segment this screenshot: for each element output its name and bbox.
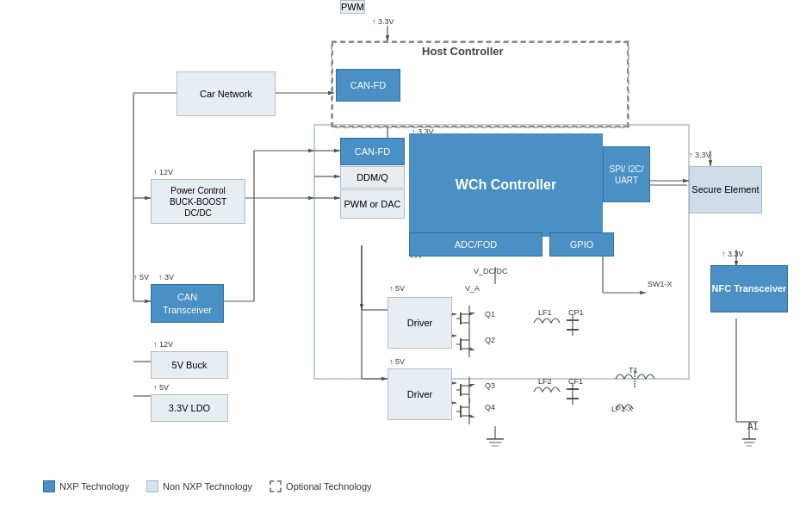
- v33-nfc-label: ↑ 3.3V: [722, 250, 744, 258]
- secure-element-block: Secure Element: [689, 166, 762, 213]
- ldo-label: 3.3V LDO: [169, 402, 210, 414]
- can-transceiver-voltage-labels: ↑ 5V ↑ 3V: [133, 271, 174, 281]
- can-fd-top-block: CAN-FD: [336, 69, 400, 102]
- ldo-block: 3.3V LDO: [151, 394, 228, 422]
- power-control-label: Power Control BUCK-BOOST DC/DC: [170, 185, 226, 219]
- q1-symbol: [456, 306, 482, 331]
- five-v-buck-block: 5V Buck: [151, 351, 228, 379]
- q2-label: Q2: [485, 336, 495, 344]
- lf1-label: LF1: [538, 308, 552, 317]
- ddm-q-block: DDM/Q: [340, 166, 405, 189]
- v12-buck-label: ↑ 12V: [153, 340, 173, 349]
- legend-optional-box: [270, 480, 282, 492]
- can-transceiver-block: CAN Transceiver: [151, 284, 224, 323]
- v-a-label: V_A: [465, 284, 480, 293]
- can-fd-top-label: CAN-FD: [350, 79, 387, 91]
- diagram-container: Car Network Host Controller ↑ 3.3V CAN-F…: [0, 0, 806, 499]
- cf1-label: CF1: [568, 377, 583, 386]
- can-fd-main-label: CAN-FD: [355, 145, 391, 158]
- lp1x-label: LP1-X: [611, 405, 633, 413]
- legend-optional-label: Optional Technology: [286, 481, 371, 492]
- can-fd-main-block: CAN-FD: [340, 138, 405, 165]
- legend-nxp: NXP Technology: [43, 480, 129, 492]
- v5-ldo-label: ↑ 5V: [153, 383, 169, 392]
- host-controller-label: Host Controller: [422, 45, 504, 58]
- t1-label: T1: [629, 366, 638, 374]
- q2-symbol: [456, 331, 482, 357]
- pwm-dac-label: PWM or DAC: [344, 198, 401, 210]
- legend-optional: Optional Technology: [270, 480, 371, 492]
- q3-label: Q3: [485, 381, 495, 390]
- legend-non-nxp-label: Non NXP Technology: [163, 481, 252, 492]
- legend-non-nxp: Non NXP Technology: [146, 480, 252, 492]
- legend-nxp-box: [43, 480, 55, 492]
- v5-driver1-label: ↑ 5V: [389, 284, 405, 293]
- driver1-block: Driver: [388, 297, 452, 349]
- driver1-label: Driver: [407, 317, 432, 329]
- spi-uart-block: SPI/ I2C/ UART: [603, 146, 650, 202]
- wch-controller-block: WCh Controller: [409, 133, 603, 237]
- pwm-dac-block: PWM or DAC: [340, 189, 405, 219]
- power-control-block: Power Control BUCK-BOOST DC/DC: [151, 179, 245, 224]
- pwm-bottom-block: PWM: [340, 0, 365, 14]
- v33-secure-label: ↑ 3.3V: [689, 151, 711, 159]
- legend-non-nxp-box: [146, 480, 158, 492]
- lf2-label: LF2: [538, 377, 552, 386]
- svg-marker-73: [469, 384, 475, 387]
- svg-marker-79: [469, 414, 475, 418]
- car-network-label: Car Network: [200, 88, 252, 100]
- svg-marker-67: [469, 347, 475, 350]
- legend-nxp-label: NXP Technology: [59, 481, 129, 492]
- legend: NXP Technology Non NXP Technology Option…: [43, 480, 372, 492]
- five-v-buck-label: 5V Buck: [172, 359, 208, 371]
- ddm-q-label: DDM/Q: [356, 171, 388, 183]
- car-network-block: Car Network: [177, 71, 276, 116]
- q4-symbol: [456, 399, 482, 424]
- driver2-block: Driver: [388, 368, 452, 420]
- svg-marker-61: [469, 312, 475, 316]
- nfc-transceiver-label: NFC Transceiver: [712, 282, 787, 294]
- gpio-block: GPIO: [549, 232, 614, 257]
- antenna-symbol: [741, 422, 758, 448]
- cp1-label: CP1: [568, 308, 584, 317]
- v33-top-label: ↑ 3.3V: [372, 17, 394, 26]
- adc-fod-label: ADC/FOD: [455, 238, 498, 251]
- nfc-transceiver-block: NFC Transceiver: [710, 265, 788, 312]
- wch-controller-label: WCh Controller: [456, 176, 556, 195]
- q1-label: Q1: [485, 310, 495, 319]
- gpio-label: GPIO: [570, 238, 594, 251]
- spi-uart-label: SPI/ I2C/ UART: [604, 164, 649, 186]
- driver2-label: Driver: [407, 388, 432, 400]
- v5-driver2-label: ↑ 5V: [389, 357, 405, 366]
- q4-label: Q4: [485, 403, 495, 411]
- can-transceiver-label: CAN Transceiver: [152, 291, 223, 316]
- v-dc-dc-label: V_DC/DC: [474, 267, 508, 275]
- sw1-x-label: SW1-X: [648, 280, 673, 288]
- adc-fod-block: ADC/FOD: [409, 232, 542, 257]
- v12-power-label: ↑ 12V: [153, 168, 173, 176]
- pwm-bottom-label: PWM: [341, 1, 364, 13]
- secure-element-label: Secure Element: [691, 183, 759, 195]
